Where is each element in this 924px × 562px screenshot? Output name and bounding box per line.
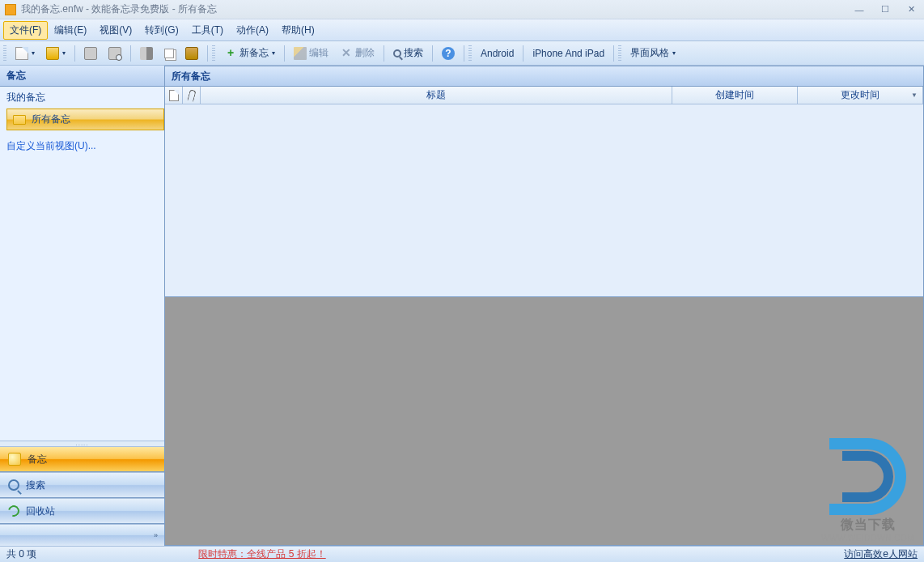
sidebar: 备忘 我的备忘 所有备忘 自定义当前视图(U)... ····· 备忘 搜索 回…	[0, 66, 165, 546]
toolbar-separator	[432, 45, 433, 62]
menu-tools[interactable]: 工具(T)	[185, 21, 230, 40]
nav-recycle-label: 回收站	[26, 505, 55, 518]
edit-button[interactable]: 编辑	[289, 44, 333, 62]
chevron-down-icon: ▾	[672, 49, 676, 57]
menu-goto[interactable]: 转到(G)	[138, 21, 184, 40]
recycle-icon	[6, 503, 21, 518]
new-memo-button[interactable]: +新备忘▾	[219, 44, 280, 62]
attach-icon	[187, 89, 196, 102]
chevron-down-icon: ▾	[62, 49, 66, 57]
window-title: 我的备忘.enfw - 效能备忘录免费版 - 所有备忘	[21, 2, 851, 16]
chevron-down-icon: ▾	[272, 49, 275, 57]
paste-icon	[185, 47, 198, 60]
help-button[interactable]: ?	[437, 45, 460, 62]
print-button[interactable]	[79, 45, 102, 62]
nav-search[interactable]: 搜索	[0, 472, 164, 498]
menu-action[interactable]: 动作(A)	[230, 21, 275, 40]
window-controls: — ☐ ✕	[851, 4, 919, 15]
new-memo-label: 新备忘	[239, 46, 269, 60]
search-icon	[393, 49, 401, 57]
edit-icon	[294, 47, 307, 60]
nav-memo[interactable]: 备忘	[0, 446, 164, 472]
tree-all-memos[interactable]: 所有备忘	[6, 109, 164, 130]
edit-label: 编辑	[309, 46, 328, 60]
style-button[interactable]: 界面风格▾	[625, 44, 680, 62]
magnify-icon	[8, 479, 19, 491]
menu-edit[interactable]: 编辑(E)	[48, 21, 93, 40]
copy-button[interactable]	[159, 46, 179, 61]
minimize-button[interactable]: —	[851, 4, 867, 15]
open-button[interactable]: ▾	[41, 45, 70, 62]
grid-col-title[interactable]: 标题	[201, 87, 672, 104]
note-icon	[8, 453, 21, 466]
toolbar-grip	[468, 45, 472, 62]
toolbar-separator	[207, 45, 208, 62]
close-button[interactable]: ✕	[903, 4, 919, 15]
copy-icon	[164, 49, 174, 58]
search-label: 搜索	[404, 46, 423, 60]
nav-search-label: 搜索	[26, 479, 45, 492]
toolbar: ▾ ▾ +新备忘▾ 编辑 ✕删除 搜索 ? Android iPhone And…	[0, 41, 924, 66]
sidebar-tree: 我的备忘 所有备忘 自定义当前视图(U)...	[0, 87, 164, 441]
open-icon	[46, 47, 59, 60]
menu-view[interactable]: 视图(V)	[93, 21, 138, 40]
custom-view-link[interactable]: 自定义当前视图(U)...	[0, 135, 164, 157]
ios-button[interactable]: iPhone And iPad	[528, 45, 609, 62]
tree-root[interactable]: 我的备忘	[0, 87, 164, 109]
toolbar-separator	[74, 45, 75, 62]
toolbar-separator	[464, 45, 464, 62]
print-icon	[84, 47, 97, 60]
plus-icon: +	[224, 47, 237, 60]
new-file-button[interactable]: ▾	[11, 45, 40, 62]
menu-file[interactable]: 文件(F)	[3, 21, 48, 40]
tree-all-label: 所有备忘	[32, 113, 70, 125]
toolbar-grip	[618, 45, 621, 62]
toolbar-separator	[384, 45, 384, 62]
toolbar-separator	[523, 45, 523, 62]
delete-label: 删除	[355, 46, 375, 60]
toolbar-separator	[613, 45, 614, 62]
content-header: 所有备忘	[165, 66, 924, 87]
grid-col-modified[interactable]: 更改时间	[798, 87, 923, 104]
titlebar: 我的备忘.enfw - 效能备忘录免费版 - 所有备忘 — ☐ ✕	[0, 0, 924, 19]
android-button[interactable]: Android	[476, 45, 519, 62]
chevron-down-icon: ▾	[32, 49, 35, 57]
site-link[interactable]: 访问高效e人网站	[844, 547, 918, 561]
nav-recycle[interactable]: 回收站	[0, 498, 164, 524]
nav-memo-label: 备忘	[28, 453, 47, 466]
app-icon	[5, 4, 16, 15]
grid-col-type[interactable]	[165, 87, 183, 104]
promo-link[interactable]: 限时特惠：全线产品 5 折起！	[198, 547, 325, 561]
print-preview-icon	[108, 47, 121, 60]
toolbar-grip	[3, 45, 6, 62]
grid-col-attach[interactable]	[183, 87, 201, 104]
delete-icon: ✕	[340, 47, 353, 60]
new-file-icon	[15, 47, 28, 60]
nav-expand-icon[interactable]: »	[154, 531, 158, 539]
maximize-button[interactable]: ☐	[877, 4, 893, 15]
preview-pane	[165, 297, 924, 546]
grid-area: 标题 创建时间 更改时间	[165, 87, 924, 297]
delete-button[interactable]: ✕删除	[335, 44, 379, 62]
doc-icon	[169, 90, 179, 101]
main: 备忘 我的备忘 所有备忘 自定义当前视图(U)... ····· 备忘 搜索 回…	[0, 66, 924, 546]
nav-buttons: 备忘 搜索 回收站	[0, 446, 164, 524]
paste-button[interactable]	[180, 45, 203, 62]
toolbar-separator	[284, 45, 285, 62]
grid-col-created[interactable]: 创建时间	[672, 87, 798, 104]
content: 所有备忘 标题 创建时间 更改时间	[165, 66, 924, 546]
toolbar-grip	[212, 45, 215, 62]
cut-button[interactable]	[135, 45, 158, 62]
menu-help[interactable]: 帮助(H)	[275, 21, 321, 40]
toolbar-separator	[130, 45, 131, 62]
grid-body[interactable]	[165, 104, 923, 296]
folder-icon	[13, 115, 26, 125]
print-preview-button[interactable]	[104, 45, 126, 62]
menubar: 文件(F) 编辑(E) 视图(V) 转到(G) 工具(T) 动作(A) 帮助(H…	[0, 19, 924, 41]
nav-footer: »	[0, 524, 164, 546]
status-count: 共 0 项	[6, 547, 36, 561]
cut-icon	[140, 47, 153, 60]
grid-header: 标题 创建时间 更改时间	[165, 87, 923, 104]
search-button[interactable]: 搜索	[388, 44, 428, 62]
statusbar: 共 0 项 限时特惠：全线产品 5 折起！ 访问高效e人网站	[0, 546, 924, 562]
